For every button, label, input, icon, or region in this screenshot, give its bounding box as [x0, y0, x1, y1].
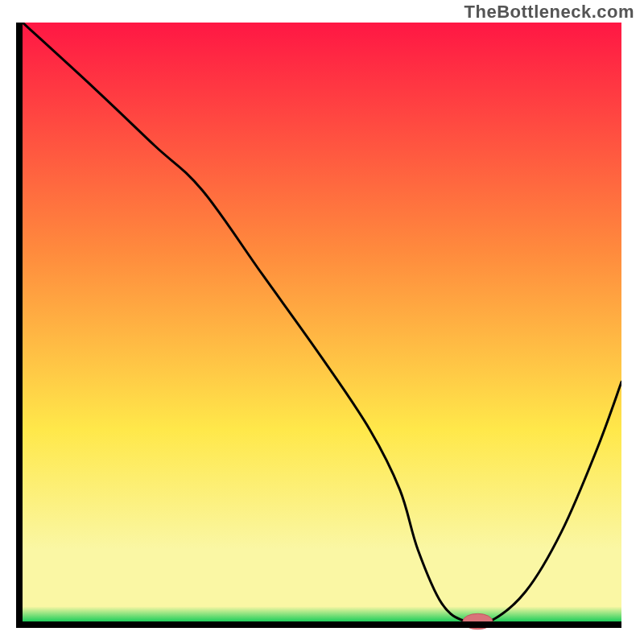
chart-container: TheBottleneck.com [0, 0, 644, 644]
plot-background [23, 23, 621, 621]
y-axis [16, 23, 23, 628]
bottleneck-chart [0, 0, 644, 644]
attribution-text: TheBottleneck.com [464, 2, 634, 23]
x-axis [16, 621, 621, 628]
